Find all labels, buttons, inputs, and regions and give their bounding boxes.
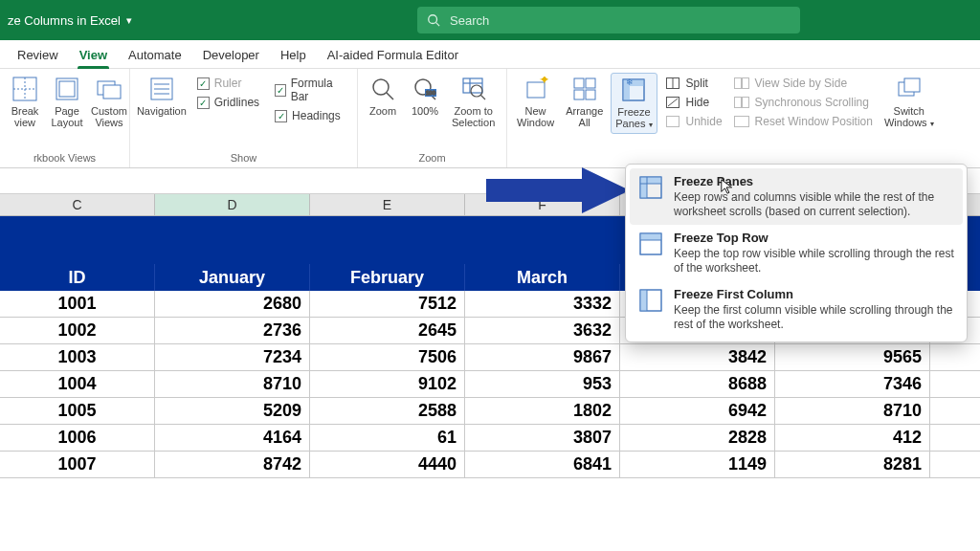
tab-developer[interactable]: Developer: [201, 44, 261, 68]
cell-value[interactable]: 8281: [775, 452, 930, 477]
svg-marker-47: [486, 167, 630, 213]
cell-value[interactable]: 61: [310, 425, 465, 451]
page-layout-button[interactable]: Page Layout: [48, 73, 86, 130]
freeze-top-row-option[interactable]: Freeze Top Row Keep the top row visible …: [630, 225, 963, 281]
cell-id[interactable]: 1007: [0, 452, 155, 477]
cell-id[interactable]: 1003: [0, 344, 155, 370]
custom-views-icon: [95, 75, 123, 103]
cell-id[interactable]: 1005: [0, 398, 155, 424]
column-header-c[interactable]: C: [0, 194, 155, 215]
freeze-panes-button[interactable]: ❄ Freeze Panes ▾: [611, 73, 657, 134]
freeze-first-column-icon: [637, 287, 664, 314]
cell-value[interactable]: 2828: [620, 425, 775, 451]
zoom-100-button[interactable]: 100 100%: [406, 73, 444, 119]
gridlines-checkbox[interactable]: ✓Gridlines: [197, 96, 259, 109]
option-desc: Keep the top row visible while scrolling…: [674, 247, 955, 276]
cell-value[interactable]: 2736: [155, 318, 310, 343]
cell-value[interactable]: 9565: [775, 344, 930, 370]
zoom-button[interactable]: Zoom: [364, 73, 402, 119]
page-break-preview-button[interactable]: Break view: [6, 73, 44, 130]
tab-review[interactable]: Review: [15, 44, 60, 68]
cell-value[interactable]: 4164: [155, 425, 310, 451]
svg-text:❄: ❄: [626, 77, 634, 87]
svg-rect-44: [734, 117, 748, 127]
cell-value[interactable]: 7506: [310, 344, 465, 370]
cell-value[interactable]: 1802: [465, 398, 620, 424]
ruler-checkbox[interactable]: ✓Ruler: [197, 77, 259, 90]
svg-rect-59: [640, 290, 647, 311]
cell-value[interactable]: 412: [775, 425, 930, 451]
table-row: 100641646138072828412: [0, 425, 980, 452]
cell-value[interactable]: 6942: [620, 398, 775, 424]
workbook-title[interactable]: ze Columns in Excel ▾: [8, 13, 132, 28]
cell-value[interactable]: 3332: [465, 291, 620, 317]
switch-windows-label: Switch Windows ▾: [884, 105, 934, 130]
formula-bar-checkbox[interactable]: ✓Formula Bar: [275, 77, 345, 103]
cell-value[interactable]: 8742: [155, 452, 310, 477]
new-window-button[interactable]: ✦ New Window: [513, 73, 558, 130]
cell-value[interactable]: 7234: [155, 344, 310, 370]
zoom-to-selection-button[interactable]: Zoom to Selection: [448, 73, 499, 130]
search-box[interactable]: Search: [417, 7, 800, 33]
svg-line-23: [480, 95, 485, 99]
workbook-views-group-label: rkbook Views: [6, 152, 123, 165]
headings-checkbox[interactable]: ✓Headings: [275, 109, 345, 122]
cell-value[interactable]: 1149: [620, 452, 775, 477]
zoom-100-label: 100%: [412, 105, 438, 117]
svg-rect-29: [586, 90, 595, 99]
cell-value[interactable]: 3807: [465, 425, 620, 451]
reset-position-icon: [734, 116, 749, 127]
hide-button[interactable]: Hide: [665, 94, 723, 111]
cell-value[interactable]: 3842: [620, 344, 775, 370]
tab-view[interactable]: View: [78, 44, 109, 68]
tab-ai-formula[interactable]: AI-aided Formula Editor: [325, 44, 460, 68]
cell-value[interactable]: 5209: [155, 398, 310, 424]
freeze-first-column-option[interactable]: Freeze First Column Keep the first colum…: [630, 281, 963, 338]
zoom-selection-label: Zoom to Selection: [452, 105, 495, 128]
cell-id[interactable]: 1006: [0, 425, 155, 451]
custom-views-button[interactable]: Custom Views: [90, 73, 128, 130]
arrange-all-label: Arrange All: [566, 105, 603, 128]
hide-icon: [665, 97, 680, 108]
zoom-label: Zoom: [369, 105, 396, 117]
arrange-all-button[interactable]: Arrange All: [562, 73, 607, 130]
cell-value[interactable]: 7512: [310, 291, 465, 317]
cell-value[interactable]: 8688: [620, 371, 775, 397]
freeze-panes-option[interactable]: Freeze Panes Keep rows and columns visib…: [630, 168, 963, 225]
column-header-d[interactable]: D: [155, 194, 310, 215]
cell-value[interactable]: 953: [465, 371, 620, 397]
show-group-label: Show: [136, 152, 351, 165]
cell-value[interactable]: 9102: [310, 371, 465, 397]
unhide-icon: [665, 116, 680, 127]
cell-id[interactable]: 1004: [0, 371, 155, 397]
arrange-all-icon: [570, 75, 599, 103]
cell-value[interactable]: 2680: [155, 291, 310, 317]
cell-value[interactable]: 8710: [155, 371, 310, 397]
switch-windows-button[interactable]: Switch Windows ▾: [880, 73, 938, 132]
navigation-label: Navigation: [137, 105, 187, 117]
navigation-button[interactable]: Navigation: [136, 73, 188, 119]
cell-value[interactable]: 3632: [465, 318, 620, 343]
cell-value[interactable]: 6841: [465, 452, 620, 477]
th-id: ID: [0, 264, 155, 291]
cursor-icon: [720, 178, 737, 195]
cell-value[interactable]: 2645: [310, 318, 465, 343]
option-desc: Keep rows and columns visible while the …: [674, 190, 955, 219]
search-placeholder: Search: [450, 13, 489, 28]
tab-automate[interactable]: Automate: [126, 44, 184, 68]
freeze-panes-icon: [637, 174, 664, 201]
cell-value[interactable]: 8710: [775, 398, 930, 424]
svg-line-38: [668, 99, 678, 106]
split-button[interactable]: Split: [665, 75, 723, 92]
cell-value[interactable]: 4440: [310, 452, 465, 477]
th-march: March: [465, 264, 620, 291]
tab-help[interactable]: Help: [278, 44, 308, 68]
column-header-e[interactable]: E: [310, 194, 465, 215]
cell-value[interactable]: 2588: [310, 398, 465, 424]
cell-value[interactable]: 9867: [465, 344, 620, 370]
chevron-down-icon: ▾: [649, 121, 653, 129]
cell-id[interactable]: 1002: [0, 318, 155, 343]
cell-id[interactable]: 1001: [0, 291, 155, 317]
svg-rect-43: [742, 98, 748, 108]
cell-value[interactable]: 7346: [775, 371, 930, 397]
